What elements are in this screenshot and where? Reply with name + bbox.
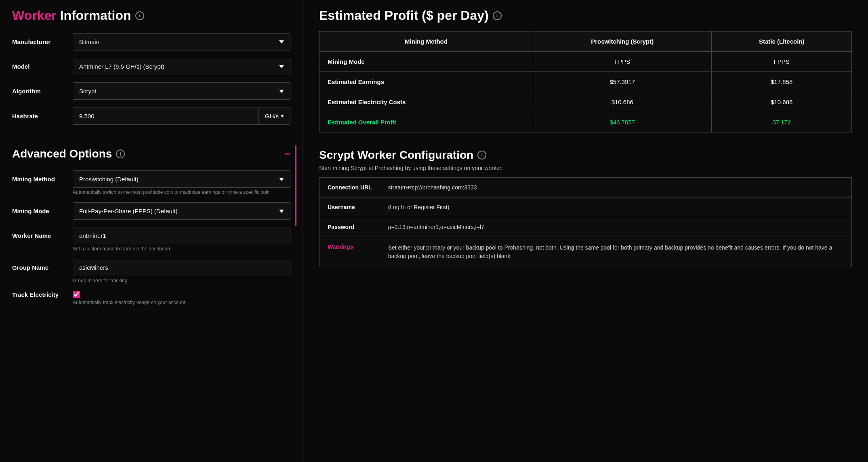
track-electricity-label: Track Electricity xyxy=(12,291,65,298)
profit-table-row: Estimated Overall Profit $46.7057 $7.172 xyxy=(319,112,852,132)
config-table-row: Warnings Set either your primary or your… xyxy=(319,237,852,267)
algorithm-select[interactable]: Scrypt xyxy=(73,82,290,100)
worker-info-title: Worker Information i xyxy=(12,8,290,23)
hashrate-group: Hashrate GH/s ▾ xyxy=(12,107,290,125)
profit-table-header: Mining Method Proswitching (Scrypt) Stat… xyxy=(319,32,852,52)
collapse-button[interactable]: − xyxy=(285,149,290,159)
track-electricity-hint: Automatically track electricity usage on… xyxy=(73,300,290,305)
config-table-row: Password p=0.13,n=antminer1,o=asicMiners… xyxy=(319,217,852,237)
profit-row-col3: $7.172 xyxy=(712,112,852,132)
profit-row-col2: $57.3917 xyxy=(533,72,712,92)
track-electricity-group: Track Electricity Automatically track el… xyxy=(12,291,290,305)
hashrate-label: Hashrate xyxy=(12,113,65,120)
advanced-options-title: Advanced Options i xyxy=(12,147,125,160)
worker-name-hint: Set a custom name to track via the dashb… xyxy=(73,246,290,252)
config-table-row: Username (Log In or Register First) xyxy=(319,197,852,217)
config-subtitle: Start mining Scrypt at Prohashing by usi… xyxy=(319,165,852,171)
config-row-key: Connection URL xyxy=(319,178,380,197)
config-row-key: Username xyxy=(319,197,380,217)
profit-row-col3: $10.686 xyxy=(712,92,852,112)
advanced-header: Advanced Options i − xyxy=(12,147,290,160)
config-row-value: stratum+tcp://prohashing.com:3333 xyxy=(380,178,852,197)
manufacturer-label: Manufacturer xyxy=(12,38,65,45)
worker-name-label: Worker Name xyxy=(12,232,65,239)
mining-mode-label: Mining Mode xyxy=(12,208,65,214)
profit-section: Estimated Profit ($ per Day) i Mining Me… xyxy=(319,8,852,132)
config-title: Scrypt Worker Configuration i xyxy=(319,149,852,162)
worker-info-icon[interactable]: i xyxy=(135,11,144,20)
profit-row-label: Mining Mode xyxy=(319,52,533,72)
mining-method-select[interactable]: Proswitching (Default) xyxy=(73,170,290,188)
config-row-value: (Log In or Register First) xyxy=(380,197,852,217)
model-select[interactable]: Antminer L7 (9.5 GH/s) (Scrypt) xyxy=(73,58,290,75)
mining-method-group: Mining Method Proswitching (Default) Aut… xyxy=(12,170,290,195)
hashrate-input-wrapper: GH/s ▾ xyxy=(73,107,290,125)
manufacturer-select[interactable]: Bitmain xyxy=(73,33,290,50)
group-name-input[interactable] xyxy=(73,259,290,276)
config-row-value: p=0.13,n=antminer1,o=asicMiners,i=l7 xyxy=(380,217,852,237)
algorithm-group: Algorithm Scrypt xyxy=(12,82,290,100)
divider xyxy=(12,137,290,137)
model-group: Model Antminer L7 (9.5 GH/s) (Scrypt) xyxy=(12,58,290,75)
profit-table: Mining Method Proswitching (Scrypt) Stat… xyxy=(319,31,852,132)
hashrate-input[interactable] xyxy=(73,107,259,124)
config-table: Connection URL stratum+tcp://prohashing.… xyxy=(319,177,852,267)
profit-table-row: Estimated Earnings $57.3917 $17.858 xyxy=(319,72,852,92)
col2-header: Proswitching (Scrypt) xyxy=(533,32,712,52)
manufacturer-group: Manufacturer Bitmain xyxy=(12,33,290,50)
advanced-info-icon[interactable]: i xyxy=(116,149,125,158)
profit-title: Estimated Profit ($ per Day) i xyxy=(319,8,852,23)
config-row-key: Password xyxy=(319,217,380,237)
profit-row-col2: FPPS xyxy=(533,52,712,72)
profit-row-col3: FPPS xyxy=(712,52,852,72)
profit-table-row: Mining Mode FPPS FPPS xyxy=(319,52,852,72)
group-name-hint: Group miners for tracking xyxy=(73,278,290,284)
config-table-row: Connection URL stratum+tcp://prohashing.… xyxy=(319,178,852,197)
worker-name-input[interactable] xyxy=(73,227,290,244)
col1-header: Mining Method xyxy=(319,32,533,52)
mining-method-hint: Automatically switch to the most profita… xyxy=(73,189,290,195)
scroll-bar xyxy=(295,145,296,226)
config-row-value: Set either your primary or your backup p… xyxy=(380,237,852,267)
profit-row-col2: $46.7057 xyxy=(533,112,712,132)
profit-row-col3: $17.858 xyxy=(712,72,852,92)
track-electricity-checkbox[interactable] xyxy=(73,291,80,298)
mining-method-label: Mining Method xyxy=(12,176,65,183)
worker-name-group: Worker Name Set a custom name to track v… xyxy=(12,227,290,252)
mining-mode-select[interactable]: Full-Pay-Per-Share (FPPS) (Default) xyxy=(73,202,290,220)
algorithm-label: Algorithm xyxy=(12,88,65,94)
config-section: Scrypt Worker Configuration i Start mini… xyxy=(319,149,852,267)
profit-row-col2: $10.686 xyxy=(533,92,712,112)
advanced-options-section: Advanced Options i − Mining Method Prosw… xyxy=(12,147,290,305)
group-name-group: Group Name Group miners for tracking xyxy=(12,259,290,284)
mining-mode-group: Mining Mode Full-Pay-Per-Share (FPPS) (D… xyxy=(12,202,290,220)
group-name-label: Group Name xyxy=(12,264,65,271)
model-label: Model xyxy=(12,63,65,70)
config-row-key: Warnings xyxy=(319,237,380,267)
col3-header: Static (Litecoin) xyxy=(712,32,852,52)
hashrate-unit-select[interactable]: GH/s ▾ xyxy=(259,107,290,124)
profit-row-label: Estimated Electricity Costs xyxy=(319,92,533,112)
profit-table-row: Estimated Electricity Costs $10.686 $10.… xyxy=(319,92,852,112)
profit-info-icon[interactable]: i xyxy=(493,11,502,20)
config-info-icon[interactable]: i xyxy=(477,151,486,160)
profit-row-label: Estimated Overall Profit xyxy=(319,112,533,132)
profit-row-label: Estimated Earnings xyxy=(319,72,533,92)
